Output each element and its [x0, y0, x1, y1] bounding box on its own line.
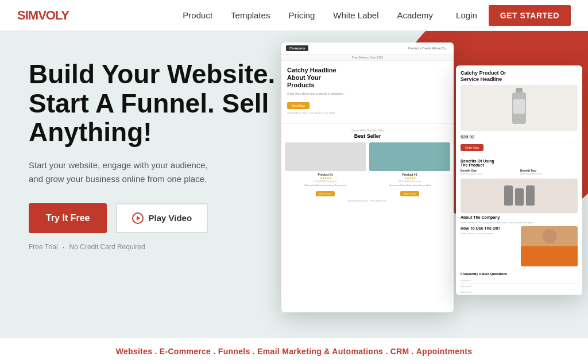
ss-products: Product #1 ★★★★★ 4.93 (2000+ Reviews) Op…: [281, 142, 454, 197]
ss-product2-desc: Optional additional text about the produ…: [369, 184, 450, 187]
ss-how-section: How To Use The Oil? Steps on how to use …: [461, 226, 517, 269]
bottom-item-2: E-Commerce: [160, 347, 211, 356]
ss-guarantee: 30-Day Money Back . Free Delivery Over $…: [287, 111, 448, 114]
get-started-button[interactable]: GET STARTED: [489, 5, 571, 26]
nav-academy[interactable]: Academy: [397, 10, 434, 20]
hero-subtext: Start your website, engage with your aud…: [29, 158, 224, 186]
play-icon: [132, 212, 144, 224]
bottom-bar-text: Websites . E-Commerce . Funnels . Email …: [116, 347, 473, 356]
screenshot-right: Catchy Product OrService Headline $39.92…: [456, 65, 582, 295]
bottom-dot-3: .: [253, 347, 257, 356]
ss-company-label: Company: [286, 45, 308, 51]
nav-whitelabel[interactable]: White Label: [333, 10, 378, 20]
ss-faq-3: Question 3: [461, 289, 578, 295]
ss-benefits-title: Benefits Of UsingThe Product: [461, 159, 578, 167]
bottom-dot-5: .: [412, 347, 416, 356]
ss-how-person: How To Use The Oil? Steps on how to use …: [456, 226, 582, 272]
ss-benefit-2: Benefit Two Brief description here: [520, 169, 578, 175]
ss-how-title: How To Use The Oil?: [461, 226, 517, 230]
ss-benefits-list: Benefit One Brief description here Benef…: [461, 169, 578, 175]
logo-text: SIMVOLY: [17, 8, 69, 22]
nav-product[interactable]: Product: [183, 10, 212, 20]
navbar: SIMVOLY Product Templates Pricing White …: [0, 0, 588, 31]
play-video-button[interactable]: Play Video: [116, 203, 208, 233]
dot-separator: ·: [63, 242, 65, 251]
ss-shop-btn: Shop Now: [287, 102, 310, 109]
mini-bottle-2: [515, 188, 524, 206]
bottom-item-3: Funnels: [218, 347, 250, 356]
no-credit-card-label: No Credit Card Required: [69, 243, 145, 251]
ss-product1-reviews: 4.93 (2000+ Reviews): [285, 180, 366, 183]
nav-templates[interactable]: Templates: [231, 10, 270, 20]
svg-rect-0: [516, 88, 523, 92]
ss-bestseller-pre: Share With The Sub-Title: [281, 127, 454, 133]
screenshot-left: Company Products Deals About Co... Free …: [281, 42, 454, 312]
logo[interactable]: SIMVOLY: [17, 8, 69, 23]
hero-buttons: Try It Free Play Video: [29, 203, 276, 233]
ss-product1-desc: Optional additional text about the produ…: [285, 184, 366, 187]
ss-product2-reviews: 4.93 (2000+ Reviews): [369, 180, 450, 183]
free-trial-label: Free Trial: [29, 243, 58, 251]
bottom-item-5: CRM: [390, 347, 409, 356]
ss-right-benefits: Benefits Of UsingThe Product Benefit One…: [456, 159, 582, 224]
login-link[interactable]: Login: [456, 10, 477, 20]
ss-hero-headline: Catchy HeadlineAbout YourProducts: [287, 67, 448, 90]
ss-product-2: Product #2 ★★★★★ 4.93 (2000+ Reviews) Op…: [369, 142, 450, 197]
ss-nav-links: Products Deals About Co...: [408, 47, 449, 50]
bottom-item-1: Websites: [116, 347, 153, 356]
ss-benefit1-text: Brief description here: [461, 172, 518, 175]
play-video-label: Play Video: [148, 213, 192, 223]
ss-benefit2-text: Brief description here: [520, 172, 578, 175]
ss-how-text: Steps on how to use the product...: [461, 232, 517, 235]
ss-bestseller-title: Best Seller: [281, 133, 454, 139]
ss-about-text: Some text about the company and what the…: [461, 221, 578, 224]
small-bottles: [504, 185, 535, 206]
ss-right-order-btn: Order Now: [461, 144, 483, 151]
hero-meta: Free Trial · No Credit Card Required: [29, 242, 276, 251]
ss-benefit-1: Benefit One Brief description here: [461, 169, 518, 175]
ss-person-head: [542, 229, 556, 243]
bottom-bar: Websites . E-Commerce . Funnels . Email …: [0, 338, 588, 364]
ss-product1-img: [285, 142, 366, 171]
ss-faq-1: Question 1: [461, 278, 578, 284]
ss-person-jacket: [521, 246, 578, 266]
bottom-dot-4: .: [385, 347, 390, 356]
ss-hero: Catchy HeadlineAbout YourProducts A few …: [281, 61, 454, 120]
hero-headline: Build Your Website.Start A Funnel. SellA…: [29, 60, 276, 147]
ss-product2-add: Add To Cart: [400, 191, 419, 196]
hero-section: Build Your Website.Start A Funnel. SellA…: [0, 31, 588, 338]
ss-right-product-img: [461, 85, 578, 131]
ss-right-headline: Catchy Product OrService Headline: [461, 70, 578, 83]
ss-faq-2: Question 2: [461, 284, 578, 289]
svg-rect-2: [513, 99, 525, 114]
hero-right: Company Products Deals About Co... Free …: [276, 31, 588, 338]
ss-nav-bar: Company Products Deals About Co...: [281, 42, 454, 55]
ss-person-section: [521, 226, 578, 269]
bottle-svg: [508, 88, 531, 128]
ss-product-1: Product #1 ★★★★★ 4.93 (2000+ Reviews) Op…: [285, 142, 366, 197]
nav-links: Product Templates Pricing White Label Ac…: [183, 10, 433, 21]
try-free-button[interactable]: Try It Free: [29, 203, 107, 233]
ss-faq-title: Frequently Asked Questions: [461, 272, 578, 276]
ss-footer: 30 Day Money Back . Free Delivery O...: [281, 197, 454, 204]
bottom-dot-2: .: [213, 347, 218, 356]
ss-hero-subtext: A few lines about your products or compa…: [287, 92, 448, 95]
hero-left: Build Your Website.Start A Funnel. SellA…: [0, 31, 276, 338]
ss-product2-img: [369, 142, 450, 171]
mini-bottle-1: [504, 185, 513, 206]
nav-right: Login GET STARTED: [456, 5, 571, 26]
ss-faq-section: Frequently Asked Questions Question 1 Qu…: [456, 272, 582, 295]
ss-product1-add: Add To Cart: [316, 191, 335, 196]
mini-bottle-3: [526, 185, 535, 206]
bottom-item-6: Appointments: [416, 347, 473, 356]
ss-person-img: [521, 226, 578, 266]
nav-pricing[interactable]: Pricing: [288, 10, 315, 20]
bottom-item-4: Email Marketing & Automations: [257, 347, 383, 356]
bottom-dot-1: .: [154, 347, 159, 356]
ss-right-price: $39.92: [461, 134, 578, 140]
ss-right-top: Catchy Product OrService Headline $39.92…: [456, 65, 582, 159]
ss-banner: Free Delivery Over $100: [281, 55, 454, 61]
ss-about-title: About The Company: [461, 215, 578, 219]
ss-about-img: [461, 179, 578, 213]
